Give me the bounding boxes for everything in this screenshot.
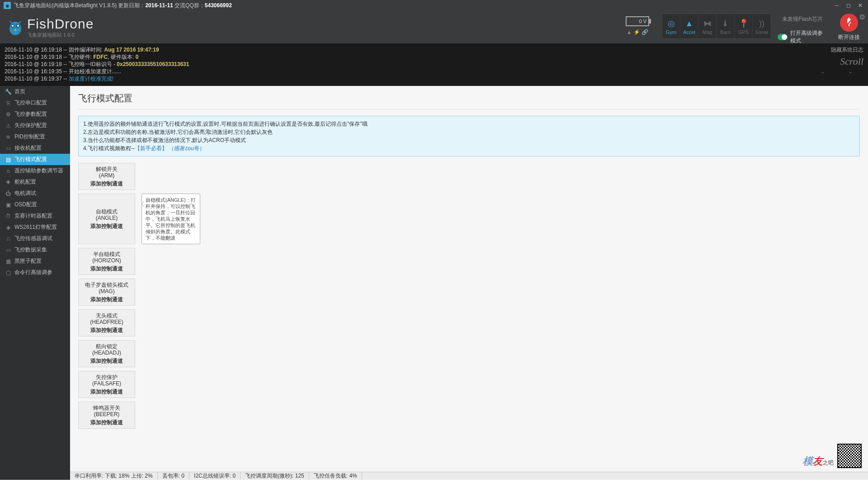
close-button[interactable]: ✕ <box>854 2 866 9</box>
sidebar-icon: ≋ <box>5 134 12 140</box>
sidebar-icon: ⎍ <box>5 236 12 242</box>
sidebar-icon: ▦ <box>5 258 12 265</box>
sidebar-item-8[interactable]: ✚舵机配置 <box>0 176 70 188</box>
header: FishDrone 飞鱼穿越地面站 1.0.0 ⚙ 0 V ▲ ⚡ 🔗 ◎Gyr… <box>0 11 868 43</box>
status-bar: 串口利用率: 下载: 18% 上传: 2% 丢包率: 0 I2C总线错误率: 0… <box>70 472 868 480</box>
add-channel-button[interactable]: 添加控制通道 <box>90 389 123 395</box>
svg-rect-8 <box>849 18 849 19</box>
mode-card-mag: 电子罗盘锁头模式(MAG)添加控制通道 <box>78 279 135 306</box>
log-line: 2016-11-10 @ 16:19:37 -- 加速度计校准完成! <box>5 75 863 82</box>
add-channel-button[interactable]: 添加控制通道 <box>90 419 123 426</box>
log-line: 2016-11-10 @ 16:19:18 -- 飞控唯一ID标识号 - 0x2… <box>5 61 863 68</box>
sidebar-item-label: 遥控辅助参数调节器 <box>14 167 63 175</box>
sidebar-item-16[interactable]: ▢命令行高级调参 <box>0 267 70 278</box>
sidebar-icon: ▭ <box>5 145 12 152</box>
brand-name: FishDrone <box>27 16 94 32</box>
mode-card-arm: 解锁开关(ARM)添加控制通道 <box>78 163 135 190</box>
add-channel-button[interactable]: 添加控制通道 <box>90 296 123 303</box>
sidebar-icon: ⎋ <box>5 168 12 174</box>
sidebar-item-15[interactable]: ▦黑匣子配置 <box>0 256 70 267</box>
sidebar-item-6[interactable]: ▤飞行模式配置 <box>0 154 70 165</box>
title-bar: ◉ 飞鱼穿越地面站(内核版本Betaflight V1.8.5) 更新日期：20… <box>0 0 868 11</box>
brand-subtitle: 飞鱼穿越地面站 1.0.0 <box>27 32 94 38</box>
add-channel-button[interactable]: 添加控制通道 <box>90 223 123 229</box>
mode-en: (FAILSAFE) <box>92 380 121 387</box>
page-title: 飞行模式配置 <box>78 92 860 104</box>
add-channel-button[interactable]: 添加控制通道 <box>90 265 123 272</box>
mode-tooltip: 自稳模式(ANGLE)：打杆并保持，可以控制飞机的角度，一旦杆位回中，飞机马上恢… <box>142 194 200 244</box>
mode-row: 无头模式(HEADFREE)添加控制通道 <box>78 309 860 336</box>
mode-row: 失控保护(FAILSAFE)添加控制通道 <box>78 371 860 398</box>
sidebar-icon: ⎘ <box>5 100 12 106</box>
mag-icon: ⧓ <box>703 18 712 29</box>
sidebar-icon: ▢ <box>5 270 12 276</box>
sensor-gps: 📍GPS <box>735 14 753 38</box>
sidebar-item-2[interactable]: ⚙飞控参数配置 <box>0 109 70 120</box>
disconnect-label: 断开连接 <box>838 33 860 41</box>
sidebar-item-label: 飞控参数配置 <box>14 110 47 118</box>
sidebar-icon: 🔧 <box>5 89 12 95</box>
svg-rect-9 <box>849 24 849 27</box>
sidebar-item-10[interactable]: ▣OSD配置 <box>0 199 70 210</box>
mode-row: 蜂鸣器开关(BEEPER)添加控制通道 <box>78 402 860 429</box>
sidebar-item-label: 电机调试 <box>14 190 36 197</box>
sidebar-item-5[interactable]: ▭接收机配置 <box>0 142 70 154</box>
sensor-baro: 🌡Baro <box>717 14 735 38</box>
mode-card-headfree: 无头模式(HEADFREE)添加控制通道 <box>78 309 135 336</box>
sidebar-item-0[interactable]: 🔧首页 <box>0 86 70 97</box>
sidebar-icon: ⏻ <box>5 190 12 197</box>
maximize-button[interactable]: ◻ <box>843 2 854 9</box>
sidebar-item-14[interactable]: ▭飞控数据采集 <box>0 244 70 256</box>
content: 飞行模式配置 1.使用遥控器的额外辅助通道进行飞行模式的设置,设置时,可根据当前… <box>70 86 868 480</box>
mode-name: 蜂鸣器开关 <box>93 405 120 411</box>
sensor-gyro: ◎Gyro <box>662 14 680 38</box>
mode-name: 无头模式 <box>96 313 118 319</box>
hide-log-button[interactable]: 隐藏系统日志 <box>821 46 863 54</box>
scroll-arrows-icon: ⌄ ⌄ <box>821 68 863 75</box>
mode-en: (HORIZON) <box>92 257 121 264</box>
mode-en: (BEEPER) <box>94 411 120 417</box>
tutorial-link[interactable]: 【新手必看】 （感谢zou哥） <box>135 145 205 152</box>
stat-serial: 串口利用率: 下载: 18% 上传: 2% <box>70 472 158 480</box>
sidebar-item-12[interactable]: ◈WS2811灯带配置 <box>0 222 70 233</box>
add-channel-button[interactable]: 添加控制通道 <box>90 180 123 187</box>
mode-en: (ANGLE) <box>96 215 118 221</box>
mode-name: 解锁开关 <box>96 166 118 172</box>
link-icon: 🔗 <box>642 29 648 35</box>
sidebar-item-1[interactable]: ⎘飞控串口配置 <box>0 97 70 109</box>
bolt-icon: ⚡ <box>633 29 640 35</box>
battery-indicator: 0 V <box>626 16 649 26</box>
sidebar-icon: ▣ <box>5 202 12 208</box>
disconnect-button[interactable] <box>840 14 858 32</box>
mode-name: 航向锁定 <box>96 343 118 350</box>
sidebar-item-4[interactable]: ≋PID控制配置 <box>0 131 70 142</box>
add-channel-button[interactable]: 添加控制通道 <box>90 358 123 364</box>
watermark: 模友之吧 <box>803 444 862 468</box>
title-text: 飞鱼穿越地面站(内核版本Betaflight V1.8.5) 更新日期：2016… <box>14 2 232 9</box>
sidebar-item-3[interactable]: ⚠失控保护配置 <box>0 120 70 131</box>
sidebar-item-7[interactable]: ⎋遥控辅助参数调节器 <box>0 165 70 176</box>
sidebar-icon: ⚠ <box>5 123 12 129</box>
sidebar-item-11[interactable]: ⏱竞赛计时器配置 <box>0 210 70 222</box>
mode-row: 解锁开关(ARM)添加控制通道 <box>78 163 860 190</box>
mode-name: 失控保护 <box>96 374 118 380</box>
add-channel-button[interactable]: 添加控制通道 <box>90 327 123 333</box>
brand-owl-icon <box>7 18 24 37</box>
log-panel: 2016-11-10 @ 16:19:18 -- 固件编译时间: Aug 17 … <box>0 43 868 86</box>
toggle-switch-icon[interactable] <box>778 34 788 40</box>
sidebar-icon: ⏱ <box>5 213 12 219</box>
gyro-icon: ◎ <box>668 18 675 29</box>
sidebar-item-13[interactable]: ⎍飞控传感器调试 <box>0 233 70 244</box>
sidebar-icon: ◈ <box>5 224 12 231</box>
sidebar-item-label: 失控保护配置 <box>14 122 47 129</box>
sidebar-icon: ▭ <box>5 247 12 253</box>
log-line: 2016-11-10 @ 16:19:35 -- 开始校准加速度计...... <box>5 68 863 75</box>
sidebar: 🔧首页⎘飞控串口配置⚙飞控参数配置⚠失控保护配置≋PID控制配置▭接收机配置▤飞… <box>0 86 70 480</box>
mode-en: (HEADADJ) <box>92 350 121 356</box>
flash-note: 未发现Flash芯片 <box>782 15 822 23</box>
sidebar-item-9[interactable]: ⏻电机调试 <box>0 188 70 199</box>
expert-mode-toggle[interactable]: 打开高级调参模式 <box>778 29 827 45</box>
mode-card-horizon: 半自稳模式(HORIZON)添加控制通道 <box>78 248 135 275</box>
log-line: 2016-11-10 @ 16:19:18 -- 飞控硬件: FDFC, 硬件版… <box>5 53 863 61</box>
minimize-button[interactable]: ─ <box>831 2 843 9</box>
